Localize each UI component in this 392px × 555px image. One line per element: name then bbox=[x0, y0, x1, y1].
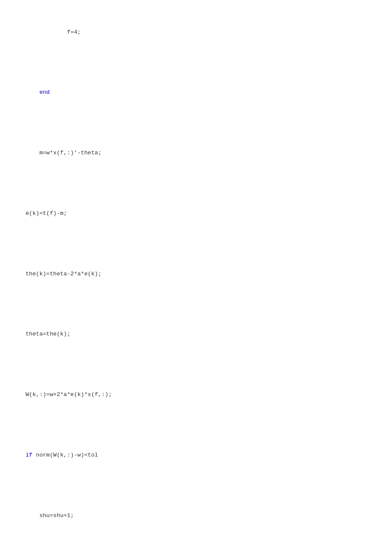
line-blank1 bbox=[26, 59, 29, 66]
line-blank2 bbox=[26, 119, 29, 126]
line-blank7 bbox=[26, 422, 29, 428]
line-the: the(k)=theta-2*a*e(k); bbox=[26, 271, 101, 277]
line-end1: end bbox=[26, 89, 50, 95]
line-blank9 bbox=[26, 543, 29, 549]
line-blank3 bbox=[26, 180, 29, 186]
line-blank8 bbox=[26, 482, 29, 489]
line-blank4 bbox=[26, 240, 29, 247]
line-f4: f=4; bbox=[26, 29, 81, 35]
line-theta: theta=the(k); bbox=[26, 331, 70, 337]
line-blank6 bbox=[26, 361, 29, 367]
line-blank5 bbox=[26, 301, 29, 307]
line-w: W(k,:)=w+2*a*e(k)*x(f,:); bbox=[26, 391, 112, 398]
line-m: m=w*x(f,:)'-theta; bbox=[26, 150, 101, 156]
line-shu1: shu=shu+1; bbox=[26, 512, 74, 519]
line-ek: e(k)=t(f)-m; bbox=[26, 210, 67, 217]
code-container: f=4; end m=w*x(f,:)'-theta; e(k)=t(f)-m;… bbox=[26, 17, 366, 555]
line-if1: if norm(W(k,:)-w)<tol bbox=[26, 452, 98, 458]
